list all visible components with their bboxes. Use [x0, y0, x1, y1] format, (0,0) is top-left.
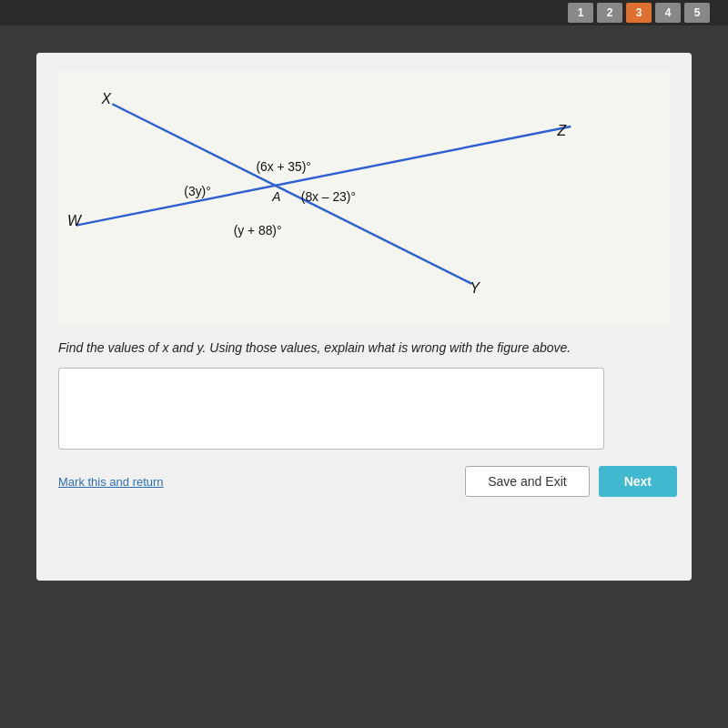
save-and-exit-button[interactable]: Save and Exit [465, 466, 589, 497]
geometry-svg: X Z W Y A (6x + 35)° (3y)° (8x – 23)° [58, 71, 670, 326]
angle-label-3: (8x – 23)° [301, 189, 356, 204]
label-Z: Z [556, 123, 567, 138]
question-num-2[interactable]: 2 [597, 3, 622, 23]
angle-label-1: (6x + 35)° [256, 159, 311, 174]
question-num-1[interactable]: 1 [568, 3, 593, 23]
label-W: W [67, 213, 83, 228]
main-card: X Z W Y A (6x + 35)° (3y)° (8x – 23)° [36, 53, 692, 581]
question-num-3[interactable]: 3 [626, 3, 652, 23]
action-buttons: Save and Exit Next [465, 466, 677, 497]
angle-label-2: (3y)° [184, 184, 210, 198]
question-text: Find the values of x and y. Using those … [58, 340, 670, 355]
mark-and-return-button[interactable]: Mark this and return [58, 475, 164, 489]
top-bar: 1 2 3 4 5 [0, 0, 728, 25]
answer-input[interactable] [58, 368, 604, 450]
next-button[interactable]: Next [599, 466, 677, 497]
angle-label-4: (y + 88)° [234, 223, 282, 238]
bottom-bar: Mark this and return Save and Exit Next [58, 466, 677, 497]
question-num-5[interactable]: 5 [684, 3, 710, 23]
label-X: X [100, 91, 112, 106]
geometry-figure: X Z W Y A (6x + 35)° (3y)° (8x – 23)° [58, 71, 670, 326]
svg-line-0 [112, 104, 471, 284]
question-num-4[interactable]: 4 [655, 3, 681, 23]
label-A: A [271, 189, 280, 204]
label-Y: Y [470, 280, 481, 296]
